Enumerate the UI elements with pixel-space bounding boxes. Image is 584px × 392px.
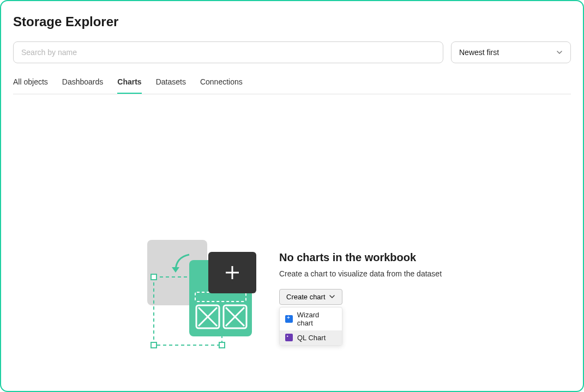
- empty-state: No charts in the workbook Create a chart…: [137, 236, 442, 361]
- svg-rect-2: [151, 274, 156, 280]
- empty-illustration: [137, 236, 257, 361]
- empty-text: No charts in the workbook Create a chart…: [279, 251, 442, 346]
- chevron-down-icon: [329, 293, 335, 300]
- menu-item-label: Wizard chart: [297, 311, 336, 327]
- svg-rect-4: [219, 342, 225, 348]
- page-title: Storage Explorer: [13, 14, 571, 29]
- empty-heading: No charts in the workbook: [279, 251, 442, 264]
- tab-connections[interactable]: Connections: [200, 75, 243, 94]
- menu-item-wizard-chart[interactable]: Wizard chart: [280, 307, 342, 330]
- tab-charts[interactable]: Charts: [117, 75, 141, 94]
- chevron-down-icon: [556, 49, 563, 56]
- ql-icon: [285, 334, 293, 341]
- sort-selected-label: Newest first: [459, 48, 499, 57]
- tab-datasets[interactable]: Datasets: [156, 75, 186, 94]
- menu-item-label: QL Chart: [297, 334, 326, 342]
- wizard-icon: [285, 315, 293, 323]
- controls-row: Newest first: [13, 41, 571, 63]
- sort-dropdown[interactable]: Newest first: [451, 41, 571, 63]
- tabs: All objects Dashboards Charts Datasets C…: [13, 75, 571, 94]
- tab-dashboards[interactable]: Dashboards: [62, 75, 104, 94]
- tab-all-objects[interactable]: All objects: [13, 75, 48, 94]
- search-input[interactable]: [13, 41, 443, 63]
- empty-subtext: Create a chart to visualize data from th…: [279, 269, 442, 278]
- create-chart-label: Create chart: [286, 293, 326, 301]
- menu-item-ql-chart[interactable]: QL Chart: [280, 330, 342, 345]
- create-chart-button[interactable]: Create chart: [279, 289, 342, 305]
- svg-rect-3: [151, 342, 156, 348]
- create-chart-menu: Wizard chart QL Chart: [279, 307, 342, 346]
